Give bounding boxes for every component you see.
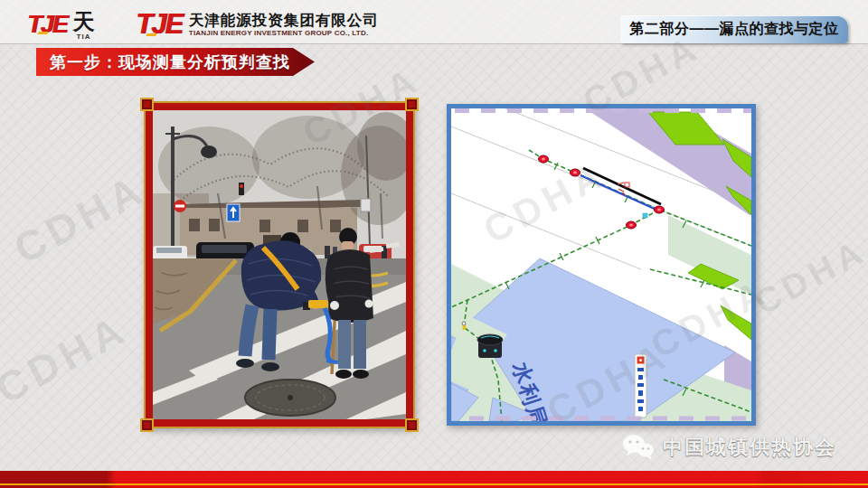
footer-credit: 中国城镇供热协会 (622, 434, 836, 461)
step-ribbon-label: 第一步：现场测量分析预判查找 (36, 52, 290, 73)
site-photo-panel (146, 103, 413, 427)
cdha-watermark: CDHA (749, 231, 868, 323)
frame-corner-ornament (405, 98, 419, 111)
wechat-icon (622, 434, 655, 461)
tje-badge-cn: 天 TIA (73, 11, 95, 41)
step-ribbon: 第一步：现场测量分析预判查找 (36, 48, 315, 76)
tje-logo-accent (146, 33, 157, 36)
presentation-slide: TJE 天 TIA TJE 天津能源投资集团有限公司 TIANJIN ENERG… (0, 0, 868, 488)
tje-badge-cn-char: 天 (73, 11, 95, 33)
valve-marker (643, 213, 647, 218)
bottom-bar-stripe (0, 483, 868, 485)
traffic-light-icon (239, 183, 244, 195)
section-banner: 第二部分——漏点的查找与定位 (620, 15, 848, 43)
tje-logo-icon: TJE (136, 9, 182, 40)
tje-logo-text: TJE (136, 8, 182, 40)
gis-map-panel: 水利局 (447, 104, 756, 426)
frame-corner-ornament (405, 418, 419, 432)
tje-logo-badge: TJE 天 TIA (27, 11, 95, 41)
company-name-en: TIANJIN ENERGY INVESTMENT GROUP CO., LTD… (189, 29, 379, 37)
map-toolbar (635, 354, 646, 418)
manhole-icon (477, 334, 503, 358)
gis-map: 水利局 (451, 108, 751, 421)
section-banner-label: 第二部分——漏点的查找与定位 (630, 20, 839, 39)
header-divider-line (0, 43, 868, 44)
leak-point-marker (655, 206, 665, 213)
small-sign (361, 199, 371, 211)
frame-corner-ornament (140, 98, 154, 111)
site-photo (153, 110, 406, 419)
tje-logo-icon: TJE (27, 11, 67, 38)
tje-badge-sub: TIA (77, 33, 91, 41)
cdha-watermark: CDHA (0, 304, 136, 413)
frame-corner-ornament (140, 418, 154, 432)
association-name: 中国城镇供热协会 (663, 434, 836, 461)
bottom-bar (0, 471, 868, 488)
leak-point-marker (539, 155, 549, 163)
cdha-watermark: CDHA (6, 164, 155, 273)
white-glove (330, 301, 339, 310)
leak-point-marker (627, 221, 637, 229)
white-glove (365, 300, 373, 308)
tje-logo-accent (37, 32, 49, 34)
company-name-cn: 天津能源投资集团有限公司 (189, 12, 379, 29)
leak-point-marker (571, 169, 580, 176)
figure-icon (462, 322, 466, 330)
company-logo: TJE 天津能源投资集团有限公司 TIANJIN ENERGY INVESTME… (136, 9, 379, 40)
no-entry-sign-icon (174, 200, 186, 212)
manhole-cover (245, 380, 335, 416)
one-way-sign-icon (227, 204, 240, 221)
